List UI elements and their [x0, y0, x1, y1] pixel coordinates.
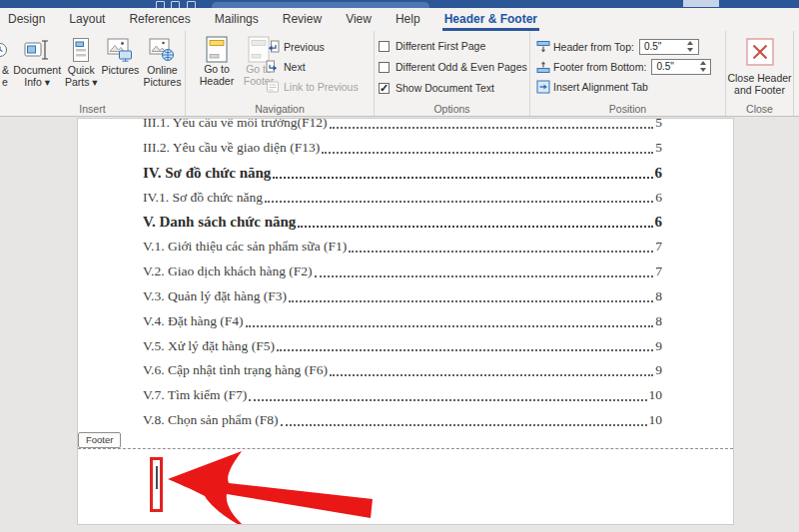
checkbox-different-first-page[interactable]: Different First Page: [379, 40, 529, 52]
document-page[interactable]: III.1. Yêu cầu về môi trường(F12)5III.2.…: [77, 118, 734, 525]
ribbon-group-close: Close Headerand Footer Close: [726, 31, 794, 116]
alignment-tab-icon: [536, 80, 550, 94]
previous-button[interactable]: Previous: [266, 39, 359, 54]
tab-layout[interactable]: Layout: [67, 8, 107, 31]
tab-references[interactable]: References: [127, 8, 192, 31]
cursor-highlight-box: [150, 457, 163, 512]
toc-entry-text: V.8. Chọn sản phẩm (F8): [143, 408, 279, 433]
checkbox-label: Different Odd & Even Pages: [396, 61, 527, 73]
button-label: Info ▾: [13, 77, 61, 89]
quick-parts-button[interactable]: QuickParts ▾: [62, 34, 101, 88]
checkbox-checked-icon[interactable]: [379, 83, 390, 94]
toc-page-number: 10: [649, 408, 663, 433]
tab-review[interactable]: Review: [281, 8, 324, 31]
toc-entry: V.7. Tìm kiếm (F7)10: [143, 383, 662, 408]
toc-dot-leader: [315, 260, 654, 284]
toc-page-number: 10: [649, 383, 663, 408]
spinner-control[interactable]: [697, 61, 710, 72]
go-to-header-button[interactable]: Go toHeader: [198, 34, 236, 87]
toc-page-number: 8: [655, 309, 662, 334]
tab-mailings[interactable]: Mailings: [213, 8, 261, 31]
next-button[interactable]: Next: [266, 59, 359, 74]
toc-entry-text: V.4. Đặt hàng (F4): [143, 309, 244, 334]
button-label: and Footer: [727, 85, 791, 97]
group-label-options: Options: [375, 103, 529, 115]
toc-dot-leader: [277, 334, 653, 359]
header-from-top-row: Header from Top: 0.5": [536, 38, 725, 55]
titlebar-button[interactable]: [683, 0, 719, 7]
toc-page-number: 9: [655, 334, 662, 359]
toc-page-number: 9: [655, 358, 662, 383]
checkbox-unchecked-icon[interactable]: [379, 62, 390, 73]
insert-alignment-tab-button[interactable]: Insert Alignment Tab: [536, 78, 725, 95]
toc-entry-text: III.2. Yêu cầu về giao diện (F13): [143, 136, 320, 161]
document-info-button[interactable]: DocumentInfo ▾: [13, 34, 62, 88]
header-from-top-input[interactable]: 0.5": [639, 39, 699, 55]
toc-entry: V.3. Quản lý đặt hàng (F3)8: [143, 284, 662, 309]
table-of-contents: III.1. Yêu cầu về môi trường(F12)5III.2.…: [143, 118, 662, 433]
toc-entry-text: IV.1. Sơ đồ chức năng: [143, 186, 263, 211]
button-label: Document: [13, 65, 61, 77]
toc-dot-leader: [322, 136, 653, 161]
button-label: Insert Alignment Tab: [553, 81, 648, 93]
checkbox-label: Show Document Text: [396, 82, 494, 94]
pictures-button[interactable]: Pictures: [101, 34, 140, 88]
toc-dot-leader: [249, 383, 646, 408]
clock-icon: [0, 35, 13, 65]
toc-page-number: 5: [655, 118, 662, 136]
button-label: Quick: [65, 65, 98, 77]
button-label: Header: [200, 76, 234, 88]
ribbon-tabs: DesignLayoutReferencesMailingsReviewView…: [0, 8, 799, 31]
toc-entry: IV. Sơ đồ chức năng6: [143, 161, 662, 186]
toc-page-number: 6: [655, 186, 662, 211]
checkbox-label: Different First Page: [396, 40, 485, 52]
toc-entry-text: V.6. Cập nhật tình trạng hàng (F6): [143, 358, 328, 383]
header-from-top-icon: [536, 40, 550, 54]
group-label-position: Position: [530, 103, 725, 115]
group-label-close: Close: [726, 103, 793, 115]
toc-dot-leader: [349, 235, 653, 260]
pictures-icon: [107, 35, 133, 65]
date-time-button-partial[interactable]: & e: [0, 34, 13, 88]
toc-dot-leader: [281, 408, 647, 433]
tab-design[interactable]: Design: [6, 8, 47, 31]
button-label: Parts ▾: [65, 77, 98, 89]
close-header-footer-button[interactable]: Close Headerand Footer: [726, 31, 793, 96]
checkbox-show-document-text[interactable]: Show Document Text: [379, 82, 529, 94]
ribbon-group-insert: & e DocumentInfo ▾ QuickParts ▾: [0, 31, 186, 116]
text-cursor[interactable]: [156, 466, 158, 489]
close-icon: [746, 38, 774, 70]
tab-help[interactable]: Help: [394, 8, 422, 31]
toc-page-number: 5: [655, 136, 662, 161]
link-to-previous-button: Link to Previous: [266, 79, 359, 94]
toc-entry-text: V.3. Quản lý đặt hàng (F3): [143, 284, 287, 309]
partial-label: &: [2, 65, 13, 77]
toc-dot-leader: [273, 161, 652, 186]
partial-label: e: [2, 77, 13, 89]
options-checkbox-list: Different First PageDifferent Odd & Even…: [375, 31, 529, 94]
link-to-previous-icon: [266, 80, 280, 94]
button-label: Close Header: [727, 73, 791, 85]
quick-parts-icon: [71, 35, 91, 65]
checkbox-unchecked-icon[interactable]: [379, 41, 390, 52]
online-pictures-icon: [149, 35, 175, 65]
toc-entry: V.4. Đặt hàng (F4)8: [143, 309, 662, 334]
button-label: Link to Previous: [284, 81, 359, 93]
field-label: Footer from Bottom:: [553, 61, 646, 73]
checkbox-different-odd-even-pages[interactable]: Different Odd & Even Pages: [379, 61, 529, 73]
ribbon-group-navigation: Go toHeader Go toFooter Previous Next: [186, 31, 375, 116]
go-to-header-icon: [206, 34, 228, 64]
field-value: 0.5": [652, 61, 697, 72]
tab-header-footer[interactable]: Header & Footer: [442, 8, 539, 31]
toc-page-number: 7: [655, 260, 662, 284]
spinner-control[interactable]: [685, 41, 698, 52]
toc-entry: III.1. Yêu cầu về môi trường(F12)5: [143, 118, 662, 136]
footer-from-bottom-input[interactable]: 0.5": [651, 59, 711, 75]
tab-view[interactable]: View: [344, 8, 374, 31]
toc-dot-leader: [330, 118, 654, 136]
toc-entry-text: V.1. Giới thiệu các sản phẩm sữa (F1): [143, 235, 347, 260]
online-pictures-button[interactable]: OnlinePictures: [140, 34, 185, 88]
toc-page-number: 6: [655, 161, 663, 186]
document-info-icon: [24, 35, 50, 65]
ribbon: & e DocumentInfo ▾ QuickParts ▾: [0, 31, 799, 117]
